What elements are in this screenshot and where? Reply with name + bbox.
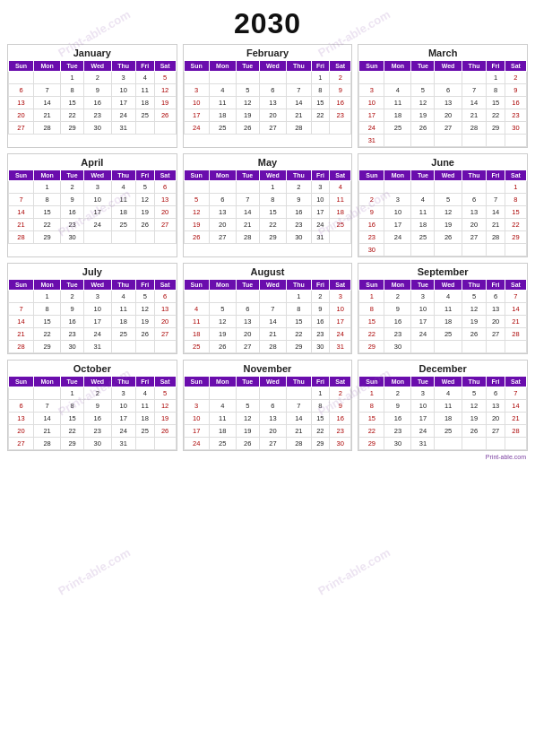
cal-day: 26 <box>184 231 209 244</box>
cal-day: 5 <box>236 400 259 413</box>
cal-day: 16 <box>83 413 111 425</box>
cal-day: 22 <box>487 109 505 122</box>
day-header-wed: Wed <box>435 61 462 72</box>
day-header-wed: Wed <box>259 170 287 181</box>
cal-day: 9 <box>359 206 384 219</box>
cal-day <box>435 341 462 353</box>
cal-day: 3 <box>359 84 384 97</box>
month-title: September <box>358 264 527 279</box>
cal-day: 27 <box>462 231 486 244</box>
cal-day <box>209 181 236 194</box>
cal-day: 5 <box>435 194 462 206</box>
cal-day: 1 <box>487 72 505 84</box>
cal-day: 23 <box>61 328 84 341</box>
cal-day: 23 <box>311 328 330 341</box>
cal-day <box>236 387 259 400</box>
cal-day: 1 <box>359 387 384 400</box>
cal-day: 28 <box>287 122 311 135</box>
cal-day: 28 <box>505 425 526 438</box>
cal-day <box>487 438 505 450</box>
cal-day: 15 <box>487 97 505 109</box>
month-block-july: JulySunMonTueWedThuFriSat123456789101112… <box>7 263 177 354</box>
cal-day: 6 <box>154 291 176 303</box>
day-header-mon: Mon <box>209 377 236 387</box>
cal-day: 22 <box>359 425 384 438</box>
cal-day <box>505 135 526 147</box>
cal-day: 7 <box>287 84 311 97</box>
cal-day: 31 <box>111 438 135 450</box>
cal-day: 16 <box>330 413 351 425</box>
cal-day: 29 <box>311 438 330 450</box>
cal-day: 1 <box>311 387 330 400</box>
cal-day: 24 <box>184 438 209 450</box>
cal-day: 30 <box>83 122 111 135</box>
cal-day <box>135 122 154 135</box>
cal-day <box>111 341 135 353</box>
cal-day: 29 <box>505 231 526 244</box>
month-block-september: SeptemberSunMonTueWedThuFriSat1234567891… <box>358 263 528 354</box>
cal-day: 16 <box>330 97 351 109</box>
day-header-thu: Thu <box>462 377 486 387</box>
cal-day: 29 <box>359 438 384 450</box>
cal-day: 15 <box>61 97 84 109</box>
cal-day: 6 <box>259 400 287 413</box>
cal-day: 25 <box>135 425 154 438</box>
cal-day: 2 <box>83 387 111 400</box>
cal-day: 22 <box>34 328 61 341</box>
day-header-fri: Fri <box>135 61 154 72</box>
cal-day: 14 <box>462 97 486 109</box>
cal-table: SunMonTueWedThuFriSat1234567891011121314… <box>358 60 527 147</box>
day-header-thu: Thu <box>287 170 311 181</box>
cal-day: 1 <box>61 387 84 400</box>
cal-day: 2 <box>287 181 311 194</box>
cal-table: SunMonTueWedThuFriSat1234567891011121314… <box>8 376 177 450</box>
day-header-sat: Sat <box>330 61 351 72</box>
cal-day: 18 <box>330 206 351 219</box>
cal-day: 30 <box>330 438 351 450</box>
day-header-tue: Tue <box>236 377 259 387</box>
cal-day: 30 <box>287 231 311 244</box>
month-block-may: MaySunMonTueWedThuFriSat1234567891011121… <box>183 153 353 257</box>
cal-day: 23 <box>384 328 411 341</box>
cal-day: 14 <box>287 413 311 425</box>
cal-day: 2 <box>384 387 411 400</box>
month-title: June <box>358 154 527 169</box>
cal-day: 28 <box>505 328 526 341</box>
day-header-thu: Thu <box>462 61 486 72</box>
cal-day: 13 <box>435 97 462 109</box>
cal-day: 27 <box>487 328 505 341</box>
cal-day: 18 <box>209 425 236 438</box>
cal-day: 2 <box>83 72 111 84</box>
cal-day <box>34 72 61 84</box>
cal-day <box>135 438 154 450</box>
cal-day: 13 <box>462 206 486 219</box>
day-header-tue: Tue <box>411 280 435 291</box>
cal-day: 27 <box>154 219 176 231</box>
cal-day: 28 <box>462 122 486 135</box>
cal-day: 9 <box>330 400 351 413</box>
day-header-tue: Tue <box>411 377 435 387</box>
day-header-fri: Fri <box>487 170 505 181</box>
day-header-thu: Thu <box>462 280 486 291</box>
cal-day: 7 <box>34 400 61 413</box>
day-header-sun: Sun <box>9 377 34 387</box>
cal-table: SunMonTueWedThuFriSat1234567891011121314… <box>184 279 352 353</box>
month-block-december: DecemberSunMonTueWedThuFriSat12345678910… <box>358 360 528 451</box>
cal-day: 4 <box>111 291 135 303</box>
cal-day: 26 <box>236 122 259 135</box>
cal-day: 21 <box>505 316 526 328</box>
cal-day: 6 <box>259 84 287 97</box>
cal-day: 28 <box>9 341 34 353</box>
cal-day: 15 <box>359 316 384 328</box>
cal-day: 17 <box>184 109 209 122</box>
cal-day: 4 <box>435 387 462 400</box>
cal-day: 10 <box>411 400 435 413</box>
cal-day <box>287 72 311 84</box>
cal-day <box>487 181 505 194</box>
cal-day <box>487 135 505 147</box>
cal-day: 17 <box>111 97 135 109</box>
cal-day: 6 <box>9 400 34 413</box>
cal-day <box>184 387 209 400</box>
cal-day: 14 <box>9 316 34 328</box>
cal-table: SunMonTueWedThuFriSat1234567891011121314… <box>184 376 352 450</box>
